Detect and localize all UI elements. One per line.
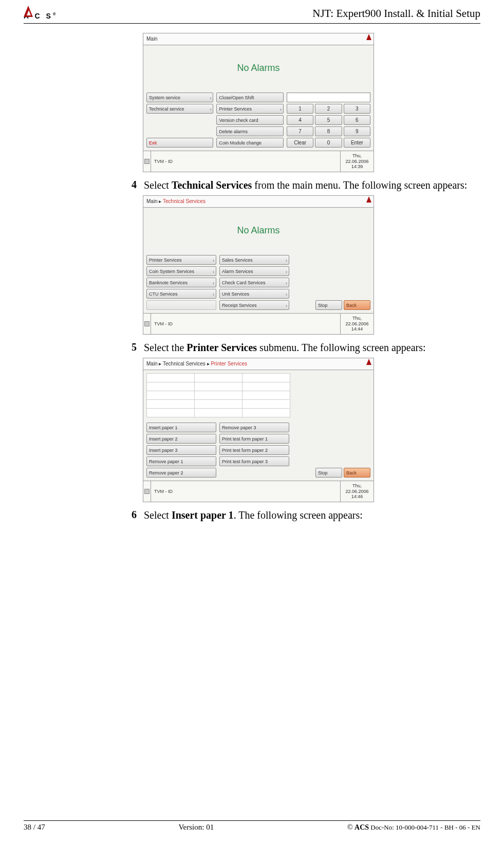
- back-button[interactable]: Back: [344, 300, 370, 310]
- sales-services-button[interactable]: Sales Services›: [219, 255, 289, 265]
- btn-label: Sales Services: [222, 258, 253, 263]
- key-9[interactable]: 9: [344, 126, 370, 136]
- printer-services-button[interactable]: Printer Services›: [146, 255, 216, 265]
- chevron-right-icon: ›: [213, 269, 214, 274]
- banknote-services-button[interactable]: Banknote Services›: [146, 278, 216, 287]
- printer-services-button[interactable]: Printer Services›: [216, 104, 283, 114]
- btn-label: Coin System Services: [149, 269, 194, 274]
- alarm-status: No Alarms: [143, 45, 374, 90]
- btn-label: Print test form paper 3: [222, 459, 268, 464]
- screenshot-technical-services: Main ▸ Technical Services No Alarms Prin…: [143, 195, 480, 335]
- breadcrumb-current: Technical Services: [163, 198, 206, 204]
- receipt-services-button[interactable]: Receipt Services›: [219, 300, 289, 310]
- btn-label: Print test form paper 1: [222, 436, 268, 442]
- version-check-card-button[interactable]: Version check card: [216, 115, 283, 125]
- chevron-right-icon: ›: [213, 258, 214, 263]
- check-card-services-button[interactable]: Check Card Services›: [219, 278, 289, 287]
- insert-paper-2-button[interactable]: Insert paper 2: [146, 434, 216, 444]
- step-number: 4: [121, 178, 137, 191]
- delete-alarms-button[interactable]: Delete alarms: [216, 126, 283, 136]
- key-0[interactable]: 0: [315, 138, 342, 148]
- remove-paper-2-button[interactable]: Remove paper 2: [146, 468, 216, 478]
- print-test-form-2-button[interactable]: Print test form paper 2: [219, 445, 289, 455]
- btn-label: Remove paper 3: [222, 425, 256, 430]
- key-8[interactable]: 8: [315, 126, 342, 136]
- logo-mini-icon: [366, 359, 371, 365]
- step-5: 5 Select the Printer Services submenu. T…: [121, 341, 480, 355]
- empty-table: [146, 373, 290, 417]
- btn-label: Printer Services: [149, 258, 182, 263]
- unit-services-button[interactable]: Unit Services›: [219, 289, 289, 299]
- ctu-services-button[interactable]: CTU Services›: [146, 289, 216, 299]
- logo-mini-icon: [366, 196, 371, 203]
- btn-label: Printer Services: [219, 106, 252, 112]
- empty-button: [146, 300, 216, 310]
- remove-paper-1-button[interactable]: Remove paper 1: [146, 456, 216, 466]
- status-datetime: Thu, 22.06.2006 14:44: [341, 314, 374, 334]
- chevron-right-icon: ›: [210, 96, 211, 101]
- doc-title: NJT: Expert900 Install. & Initial Setup: [312, 7, 480, 20]
- key-enter[interactable]: Enter: [344, 138, 370, 148]
- btn-label: Unit Services: [222, 291, 249, 297]
- btn-label: Stop: [318, 303, 328, 308]
- alarm-services-button[interactable]: Alarm Services›: [219, 266, 289, 276]
- alarm-status: No Alarms: [143, 208, 374, 253]
- insert-paper-1-button[interactable]: Insert paper 1: [146, 423, 216, 432]
- data-table-area: [143, 370, 374, 420]
- chevron-right-icon: ›: [286, 258, 287, 263]
- key-1[interactable]: 1: [287, 104, 313, 114]
- breadcrumb: Main ▸ Technical Services ▸: [146, 361, 211, 366]
- btn-label: Exit: [149, 140, 157, 145]
- key-6[interactable]: 6: [344, 115, 370, 125]
- stop-button[interactable]: Stop: [315, 300, 342, 310]
- status-indicator: [143, 314, 151, 334]
- coin-module-change-button[interactable]: Coin Module change: [216, 138, 283, 148]
- key-5[interactable]: 5: [315, 115, 342, 125]
- btn-label: Back: [346, 470, 357, 475]
- chevron-right-icon: ›: [280, 107, 282, 112]
- tvm-id-label: TVM - ID: [151, 314, 341, 334]
- close-open-shift-button[interactable]: Close/Open Shift: [216, 93, 283, 102]
- back-button[interactable]: Back: [344, 468, 370, 478]
- btn-label: CTU Services: [149, 291, 178, 297]
- logo-mini-icon: [366, 34, 371, 40]
- btn-label: Print test form paper 2: [222, 448, 268, 453]
- tvm-id-label: TVM - ID: [151, 151, 341, 172]
- breadcrumb: Main ▸: [146, 198, 163, 204]
- doc-number: © ACS Doc-No: 10-000-004-711 - BH - 06 -…: [347, 823, 480, 832]
- step-4: 4 Select Technical Services from the mai…: [121, 178, 480, 192]
- remove-paper-3-button[interactable]: Remove paper 3: [219, 423, 289, 432]
- step-text: Select the Printer Services submenu. The…: [144, 341, 426, 355]
- print-test-form-1-button[interactable]: Print test form paper 1: [219, 434, 289, 444]
- btn-label: Technical service: [149, 106, 184, 112]
- status-datetime: Thu, 22.06.2006 14:39: [341, 151, 374, 172]
- btn-label: Back: [346, 303, 357, 308]
- btn-label: Delete alarms: [219, 129, 248, 134]
- step-number: 6: [121, 508, 137, 521]
- screenshot-printer-services: Main ▸ Technical Services ▸ Printer Serv…: [143, 358, 480, 502]
- btn-label: Insert paper 2: [149, 436, 178, 442]
- key-2[interactable]: 2: [315, 104, 342, 114]
- key-4[interactable]: 4: [287, 115, 313, 125]
- btn-label: System service: [149, 95, 180, 100]
- step-text: Select Insert paper 1. The following scr…: [144, 508, 363, 522]
- key-clear[interactable]: Clear: [287, 138, 313, 148]
- step-6: 6 Select Insert paper 1. The following s…: [121, 508, 480, 522]
- step-text: Select Technical Services from the main …: [144, 178, 467, 192]
- system-service-button[interactable]: System service›: [146, 93, 213, 102]
- insert-paper-3-button[interactable]: Insert paper 3: [146, 445, 216, 455]
- chevron-right-icon: ›: [286, 303, 287, 308]
- stop-button[interactable]: Stop: [315, 468, 342, 478]
- coin-system-services-button[interactable]: Coin System Services›: [146, 266, 216, 276]
- btn-label: Version check card: [219, 118, 258, 123]
- key-3[interactable]: 3: [344, 104, 370, 114]
- keypad-display[interactable]: [287, 93, 370, 102]
- key-7[interactable]: 7: [287, 126, 313, 136]
- btn-label: Banknote Services: [149, 280, 188, 285]
- step-number: 5: [121, 341, 137, 354]
- exit-button[interactable]: Exit: [146, 138, 213, 148]
- print-test-form-3-button[interactable]: Print test form paper 3: [219, 456, 289, 466]
- breadcrumb: Main: [146, 36, 158, 42]
- technical-service-button[interactable]: Technical service›: [146, 104, 213, 114]
- btn-label: Insert paper 3: [149, 448, 178, 453]
